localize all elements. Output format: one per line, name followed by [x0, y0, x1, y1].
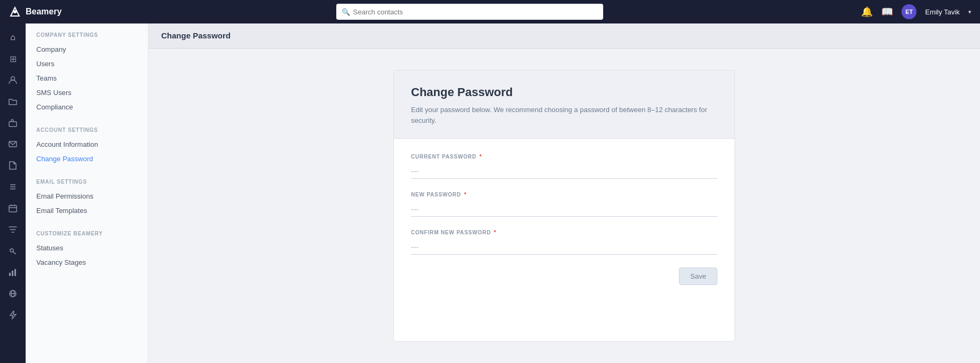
- card-subtitle: Edit your password below. We recommend c…: [411, 105, 717, 125]
- book-icon[interactable]: 📖: [881, 6, 893, 18]
- sidebar-item-vacancy-stages[interactable]: Vacancy Stages: [26, 255, 148, 270]
- new-password-field-group: NEW PASSWORD *: [411, 192, 717, 217]
- user-menu-chevron-icon[interactable]: ▾: [968, 9, 971, 15]
- content-header: Change Password: [148, 23, 980, 49]
- main-layout: ⌂ ⊞: [0, 23, 980, 363]
- company-settings-section: COMPANY SETTINGS Company Users Teams SMS…: [26, 32, 148, 114]
- sidebar-item-compliance[interactable]: Compliance: [26, 100, 148, 114]
- notifications-icon[interactable]: 🔔: [861, 6, 873, 18]
- confirm-password-field-group: CONFIRM NEW PASSWORD *: [411, 230, 717, 255]
- sidebar-icon-calendar[interactable]: [2, 199, 23, 218]
- sidebar-item-teams[interactable]: Teams: [26, 71, 148, 85]
- confirm-password-input[interactable]: [411, 240, 717, 255]
- customize-title: CUSTOMIZE BEAMERY: [26, 231, 148, 241]
- company-settings-title: COMPANY SETTINGS: [26, 32, 148, 42]
- card-footer: Save: [411, 267, 717, 289]
- icon-sidebar: ⌂ ⊞: [0, 23, 26, 363]
- sidebar-item-change-password[interactable]: Change Password: [26, 152, 148, 166]
- sidebar-icon-file[interactable]: [2, 156, 23, 175]
- sidebar-icon-tag[interactable]: ⊞: [2, 49, 23, 68]
- nav-right: 🔔 📖 ET Emily Tavik ▾: [861, 4, 971, 19]
- sidebar-icon-globe[interactable]: [2, 284, 23, 303]
- sidebar-icon-home[interactable]: ⌂: [2, 28, 23, 47]
- sidebar-item-email-permissions[interactable]: Email Permissions: [26, 189, 148, 203]
- sidebar-icon-folder[interactable]: [2, 92, 23, 111]
- new-password-label: NEW PASSWORD *: [411, 192, 717, 198]
- search-container: 🔍: [336, 4, 603, 20]
- customize-section: CUSTOMIZE BEAMERY Statuses Vacancy Stage…: [26, 231, 148, 270]
- search-input[interactable]: [336, 4, 603, 20]
- content-body: Change Password Edit your password below…: [148, 49, 980, 363]
- svg-point-1: [13, 10, 17, 13]
- account-settings-section: ACCOUNT SETTINGS Account Information Cha…: [26, 127, 148, 166]
- sidebar-item-email-templates[interactable]: Email Templates: [26, 203, 148, 218]
- top-nav: Beamery 🔍 🔔 📖 ET Emily Tavik ▾: [0, 0, 980, 23]
- confirm-password-label: CONFIRM NEW PASSWORD *: [411, 230, 717, 235]
- sidebar-item-account-info[interactable]: Account Information: [26, 137, 148, 152]
- text-sidebar: COMPANY SETTINGS Company Users Teams SMS…: [26, 23, 148, 363]
- save-button[interactable]: Save: [679, 267, 717, 285]
- content-area: Change Password Change Password Edit you…: [148, 23, 980, 363]
- beamery-logo-icon: [9, 5, 21, 18]
- logo: Beamery: [9, 5, 78, 18]
- svg-rect-13: [9, 273, 11, 276]
- user-avatar: ET: [902, 4, 916, 19]
- email-settings-title: EMAIL SETTINGS: [26, 179, 148, 189]
- page-title: Change Password: [161, 31, 231, 40]
- app-name: Beamery: [26, 7, 62, 17]
- svg-rect-15: [14, 269, 16, 276]
- search-wrapper: 🔍: [84, 4, 855, 20]
- sidebar-item-company[interactable]: Company: [26, 42, 148, 57]
- current-password-field-group: CURRENT PASSWORD *: [411, 154, 717, 179]
- svg-rect-14: [12, 271, 13, 276]
- user-name-label: Emily Tavik: [925, 8, 960, 16]
- sidebar-icon-chart[interactable]: [2, 263, 23, 282]
- sidebar-icon-lightning[interactable]: [2, 305, 23, 325]
- sidebar-icon-filter[interactable]: [2, 220, 23, 239]
- sidebar-item-sms-users[interactable]: SMS Users: [26, 85, 148, 100]
- card-title: Change Password: [411, 85, 717, 99]
- sidebar-icon-key[interactable]: [2, 241, 23, 261]
- card-header: Change Password Edit your password below…: [394, 70, 734, 139]
- card-body: CURRENT PASSWORD * NEW PASSWORD * CONFIR…: [394, 139, 734, 306]
- current-password-input[interactable]: [411, 164, 717, 179]
- change-password-card: Change Password Edit your password below…: [393, 70, 735, 342]
- current-password-label: CURRENT PASSWORD *: [411, 154, 717, 160]
- sidebar-item-users[interactable]: Users: [26, 57, 148, 71]
- svg-rect-8: [9, 206, 17, 212]
- required-star-1: *: [478, 154, 482, 160]
- sidebar-item-statuses[interactable]: Statuses: [26, 241, 148, 255]
- email-settings-section: EMAIL SETTINGS Email Permissions Email T…: [26, 179, 148, 218]
- search-icon: 🔍: [342, 8, 350, 16]
- sidebar-icon-briefcase[interactable]: [2, 113, 23, 132]
- sidebar-icon-mail[interactable]: [2, 135, 23, 154]
- sidebar-icon-person[interactable]: [2, 70, 23, 90]
- account-settings-title: ACCOUNT SETTINGS: [26, 127, 148, 137]
- new-password-input[interactable]: [411, 202, 717, 217]
- svg-rect-3: [9, 122, 17, 127]
- sidebar-icon-list[interactable]: [2, 177, 23, 196]
- required-star-3: *: [492, 230, 496, 235]
- required-star-2: *: [462, 192, 467, 198]
